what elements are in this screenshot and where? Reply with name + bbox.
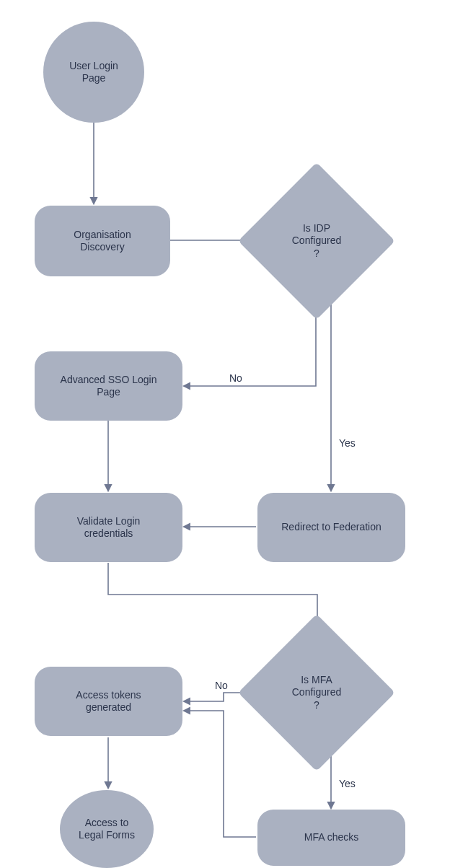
node-redirect-federation: Redirect to Federation: [257, 493, 405, 562]
node-fed-label: Redirect to Federation: [281, 521, 381, 534]
edge-idp-sso-no: [184, 302, 316, 386]
node-end: Access toLegal Forms: [60, 790, 154, 868]
flowchart-canvas: User LoginPage OrganisationDiscovery Is …: [0, 0, 450, 868]
node-access-tokens: Access tokensgenerated: [35, 667, 182, 736]
edge-mfachecks-tokens: [184, 711, 256, 837]
node-sso-page: Advanced SSO LoginPage: [35, 351, 182, 421]
node-org-discovery: OrganisationDiscovery: [35, 206, 170, 276]
edge-validate-mfa: [108, 563, 317, 635]
edges-layer: [0, 0, 450, 868]
node-validate-credentials: Validate Logincredentials: [35, 493, 182, 562]
node-mfa-decision: Is MFAConfigured?: [261, 637, 372, 748]
node-mfachecks-label: MFA checks: [304, 831, 358, 844]
edge-label-idp-no: No: [229, 372, 242, 384]
node-end-label: Access toLegal Forms: [79, 817, 135, 842]
edge-label-idp-yes: Yes: [339, 437, 356, 449]
node-org-label: OrganisationDiscovery: [74, 229, 131, 254]
node-validate-label: Validate Logincredentials: [77, 515, 141, 540]
edge-label-mfa-yes: Yes: [339, 778, 356, 789]
edge-label-mfa-no: No: [215, 680, 228, 691]
node-start: User LoginPage: [43, 22, 144, 123]
node-sso-label: Advanced SSO LoginPage: [61, 374, 157, 399]
node-start-label: User LoginPage: [69, 60, 118, 85]
node-mfa-label: Is MFAConfigured?: [288, 670, 346, 716]
node-idp-decision: Is IDPConfigured?: [261, 185, 372, 297]
node-mfa-checks: MFA checks: [257, 810, 405, 866]
node-idp-label: Is IDPConfigured?: [288, 218, 346, 265]
node-tokens-label: Access tokensgenerated: [76, 689, 141, 714]
